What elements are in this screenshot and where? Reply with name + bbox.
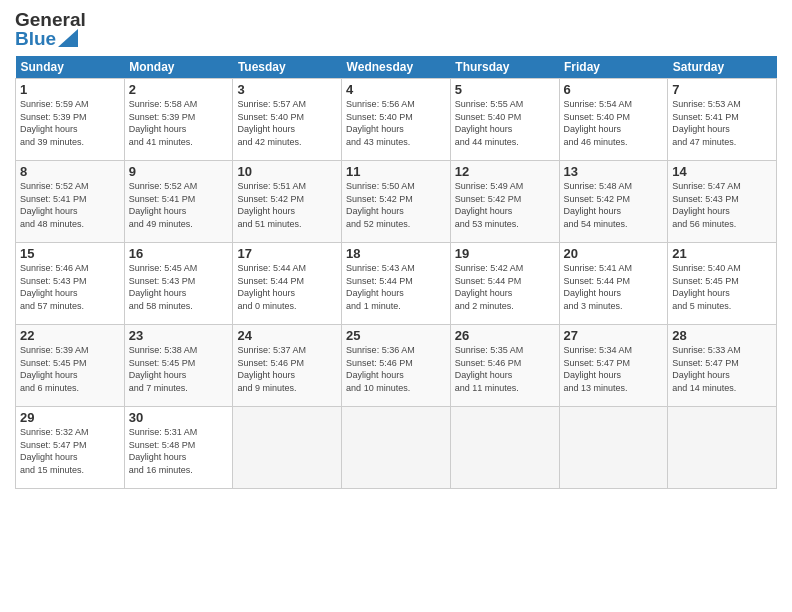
- calendar-cell: 25Sunrise: 5:36 AMSunset: 5:46 PMDayligh…: [342, 325, 451, 407]
- day-number: 12: [455, 164, 555, 179]
- day-number: 15: [20, 246, 120, 261]
- calendar-week-3: 15Sunrise: 5:46 AMSunset: 5:43 PMDayligh…: [16, 243, 777, 325]
- day-number: 17: [237, 246, 337, 261]
- calendar-cell: 29Sunrise: 5:32 AMSunset: 5:47 PMDayligh…: [16, 407, 125, 489]
- day-info: Sunrise: 5:44 AMSunset: 5:44 PMDaylight …: [237, 262, 337, 312]
- calendar-cell: 8Sunrise: 5:52 AMSunset: 5:41 PMDaylight…: [16, 161, 125, 243]
- day-info: Sunrise: 5:54 AMSunset: 5:40 PMDaylight …: [564, 98, 664, 148]
- day-number: 20: [564, 246, 664, 261]
- day-number: 22: [20, 328, 120, 343]
- col-thursday: Thursday: [450, 56, 559, 79]
- calendar-cell: 16Sunrise: 5:45 AMSunset: 5:43 PMDayligh…: [124, 243, 233, 325]
- day-number: 7: [672, 82, 772, 97]
- day-info: Sunrise: 5:46 AMSunset: 5:43 PMDaylight …: [20, 262, 120, 312]
- col-sunday: Sunday: [16, 56, 125, 79]
- calendar-cell: 11Sunrise: 5:50 AMSunset: 5:42 PMDayligh…: [342, 161, 451, 243]
- day-number: 13: [564, 164, 664, 179]
- calendar-cell: [233, 407, 342, 489]
- calendar-cell: 14Sunrise: 5:47 AMSunset: 5:43 PMDayligh…: [668, 161, 777, 243]
- day-number: 8: [20, 164, 120, 179]
- day-info: Sunrise: 5:53 AMSunset: 5:41 PMDaylight …: [672, 98, 772, 148]
- day-number: 2: [129, 82, 229, 97]
- calendar-cell: 9Sunrise: 5:52 AMSunset: 5:41 PMDaylight…: [124, 161, 233, 243]
- day-info: Sunrise: 5:38 AMSunset: 5:45 PMDaylight …: [129, 344, 229, 394]
- day-number: 16: [129, 246, 229, 261]
- calendar-cell: [559, 407, 668, 489]
- day-number: 9: [129, 164, 229, 179]
- day-number: 1: [20, 82, 120, 97]
- calendar-cell: 12Sunrise: 5:49 AMSunset: 5:42 PMDayligh…: [450, 161, 559, 243]
- calendar-week-2: 8Sunrise: 5:52 AMSunset: 5:41 PMDaylight…: [16, 161, 777, 243]
- day-number: 5: [455, 82, 555, 97]
- day-info: Sunrise: 5:56 AMSunset: 5:40 PMDaylight …: [346, 98, 446, 148]
- day-info: Sunrise: 5:45 AMSunset: 5:43 PMDaylight …: [129, 262, 229, 312]
- day-number: 11: [346, 164, 446, 179]
- calendar-cell: 20Sunrise: 5:41 AMSunset: 5:44 PMDayligh…: [559, 243, 668, 325]
- day-info: Sunrise: 5:34 AMSunset: 5:47 PMDaylight …: [564, 344, 664, 394]
- day-info: Sunrise: 5:31 AMSunset: 5:48 PMDaylight …: [129, 426, 229, 476]
- calendar-cell: 4Sunrise: 5:56 AMSunset: 5:40 PMDaylight…: [342, 79, 451, 161]
- calendar-cell: 28Sunrise: 5:33 AMSunset: 5:47 PMDayligh…: [668, 325, 777, 407]
- day-info: Sunrise: 5:49 AMSunset: 5:42 PMDaylight …: [455, 180, 555, 230]
- calendar-cell: 13Sunrise: 5:48 AMSunset: 5:42 PMDayligh…: [559, 161, 668, 243]
- calendar-cell: 2Sunrise: 5:58 AMSunset: 5:39 PMDaylight…: [124, 79, 233, 161]
- day-number: 24: [237, 328, 337, 343]
- col-saturday: Saturday: [668, 56, 777, 79]
- calendar-cell: 18Sunrise: 5:43 AMSunset: 5:44 PMDayligh…: [342, 243, 451, 325]
- calendar-cell: 10Sunrise: 5:51 AMSunset: 5:42 PMDayligh…: [233, 161, 342, 243]
- day-info: Sunrise: 5:55 AMSunset: 5:40 PMDaylight …: [455, 98, 555, 148]
- calendar-table: Sunday Monday Tuesday Wednesday Thursday…: [15, 56, 777, 489]
- day-number: 19: [455, 246, 555, 261]
- day-number: 21: [672, 246, 772, 261]
- day-info: Sunrise: 5:33 AMSunset: 5:47 PMDaylight …: [672, 344, 772, 394]
- calendar-cell: 30Sunrise: 5:31 AMSunset: 5:48 PMDayligh…: [124, 407, 233, 489]
- calendar-cell: [668, 407, 777, 489]
- calendar-cell: 27Sunrise: 5:34 AMSunset: 5:47 PMDayligh…: [559, 325, 668, 407]
- header: General Blue: [15, 10, 777, 48]
- header-row: Sunday Monday Tuesday Wednesday Thursday…: [16, 56, 777, 79]
- day-info: Sunrise: 5:43 AMSunset: 5:44 PMDaylight …: [346, 262, 446, 312]
- day-number: 28: [672, 328, 772, 343]
- day-info: Sunrise: 5:58 AMSunset: 5:39 PMDaylight …: [129, 98, 229, 148]
- calendar-cell: 3Sunrise: 5:57 AMSunset: 5:40 PMDaylight…: [233, 79, 342, 161]
- day-number: 25: [346, 328, 446, 343]
- day-info: Sunrise: 5:52 AMSunset: 5:41 PMDaylight …: [129, 180, 229, 230]
- day-number: 27: [564, 328, 664, 343]
- day-info: Sunrise: 5:40 AMSunset: 5:45 PMDaylight …: [672, 262, 772, 312]
- calendar-cell: 23Sunrise: 5:38 AMSunset: 5:45 PMDayligh…: [124, 325, 233, 407]
- col-wednesday: Wednesday: [342, 56, 451, 79]
- page: General Blue Sunday Monday Tuesday: [0, 0, 792, 612]
- day-info: Sunrise: 5:59 AMSunset: 5:39 PMDaylight …: [20, 98, 120, 148]
- day-info: Sunrise: 5:37 AMSunset: 5:46 PMDaylight …: [237, 344, 337, 394]
- calendar-week-1: 1Sunrise: 5:59 AMSunset: 5:39 PMDaylight…: [16, 79, 777, 161]
- day-info: Sunrise: 5:48 AMSunset: 5:42 PMDaylight …: [564, 180, 664, 230]
- col-tuesday: Tuesday: [233, 56, 342, 79]
- logo-general: General: [15, 10, 86, 29]
- day-info: Sunrise: 5:51 AMSunset: 5:42 PMDaylight …: [237, 180, 337, 230]
- calendar-week-5: 29Sunrise: 5:32 AMSunset: 5:47 PMDayligh…: [16, 407, 777, 489]
- calendar-cell: [342, 407, 451, 489]
- day-number: 3: [237, 82, 337, 97]
- day-info: Sunrise: 5:42 AMSunset: 5:44 PMDaylight …: [455, 262, 555, 312]
- logo-icon: [58, 29, 78, 47]
- day-info: Sunrise: 5:57 AMSunset: 5:40 PMDaylight …: [237, 98, 337, 148]
- calendar-cell: 15Sunrise: 5:46 AMSunset: 5:43 PMDayligh…: [16, 243, 125, 325]
- day-info: Sunrise: 5:47 AMSunset: 5:43 PMDaylight …: [672, 180, 772, 230]
- calendar-cell: 1Sunrise: 5:59 AMSunset: 5:39 PMDaylight…: [16, 79, 125, 161]
- calendar-cell: 5Sunrise: 5:55 AMSunset: 5:40 PMDaylight…: [450, 79, 559, 161]
- logo: General Blue: [15, 10, 86, 48]
- day-info: Sunrise: 5:36 AMSunset: 5:46 PMDaylight …: [346, 344, 446, 394]
- calendar-cell: 7Sunrise: 5:53 AMSunset: 5:41 PMDaylight…: [668, 79, 777, 161]
- calendar-cell: 22Sunrise: 5:39 AMSunset: 5:45 PMDayligh…: [16, 325, 125, 407]
- day-number: 30: [129, 410, 229, 425]
- calendar-cell: 26Sunrise: 5:35 AMSunset: 5:46 PMDayligh…: [450, 325, 559, 407]
- day-number: 6: [564, 82, 664, 97]
- day-info: Sunrise: 5:32 AMSunset: 5:47 PMDaylight …: [20, 426, 120, 476]
- calendar-cell: 17Sunrise: 5:44 AMSunset: 5:44 PMDayligh…: [233, 243, 342, 325]
- day-number: 23: [129, 328, 229, 343]
- calendar-cell: 19Sunrise: 5:42 AMSunset: 5:44 PMDayligh…: [450, 243, 559, 325]
- calendar-cell: 6Sunrise: 5:54 AMSunset: 5:40 PMDaylight…: [559, 79, 668, 161]
- day-number: 10: [237, 164, 337, 179]
- svg-marker-0: [58, 29, 78, 47]
- day-number: 26: [455, 328, 555, 343]
